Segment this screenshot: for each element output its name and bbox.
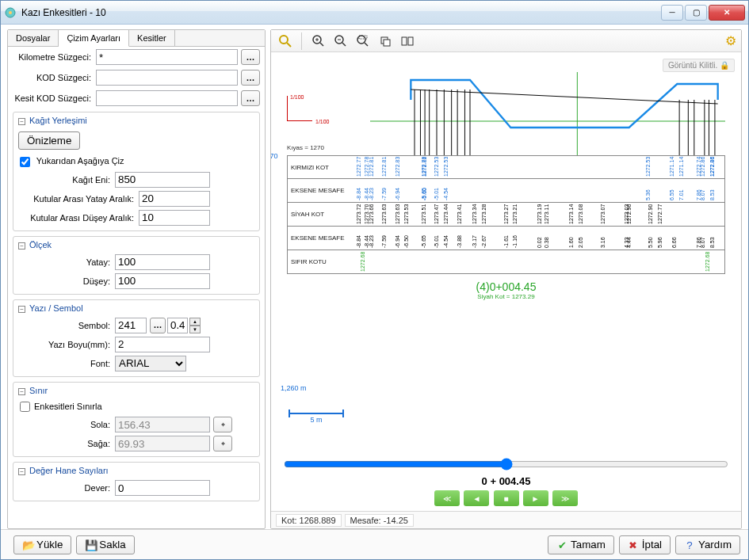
preview-button[interactable]: Önizleme xyxy=(18,131,80,150)
minimize-button[interactable]: ─ xyxy=(661,5,683,21)
scale-v-input[interactable] xyxy=(115,273,210,289)
viewer-toolbar: ⚙ xyxy=(271,30,741,52)
check-icon: ✔ xyxy=(556,539,567,550)
group-olcek-header[interactable]: −Ölçek xyxy=(13,237,259,253)
app-window: Kazı Enkesitleri - 10 ─ ▢ ✕ Dosyalar Çiz… xyxy=(0,0,749,560)
cancel-icon: ✖ xyxy=(628,539,639,550)
right-panel: ⚙ Görüntü Kilitli. 🔒 1/100 1/100 1,270 K… xyxy=(270,29,742,529)
zoom-extents-icon[interactable] xyxy=(276,32,295,50)
zoom-in-icon[interactable] xyxy=(309,32,328,50)
km-filter-input[interactable] xyxy=(96,49,238,65)
lock-badge: Görüntü Kilitli. 🔒 xyxy=(663,59,735,72)
scale-h-input[interactable] xyxy=(115,254,210,270)
group-kagit-header[interactable]: −Kağıt Yerleşimi xyxy=(13,112,259,128)
group-sinir-header[interactable]: −Sınır xyxy=(13,383,259,398)
dever-input[interactable] xyxy=(115,480,210,496)
nav-stop[interactable]: ■ xyxy=(494,490,519,506)
extent-label: 1,260 m xyxy=(281,384,307,392)
tab-dosyalar[interactable]: Dosyalar xyxy=(8,30,59,46)
hgap-input[interactable] xyxy=(139,191,210,207)
save-button[interactable]: 💾Sakla xyxy=(76,535,134,554)
axis-indicator: 1/100 1/100 xyxy=(287,96,288,121)
group-yazi-header[interactable]: −Yazı / Sembol xyxy=(13,300,259,316)
symbol-input[interactable] xyxy=(115,318,147,333)
table-row: SIFIR KOTU1272.681272.68 xyxy=(287,250,725,274)
load-icon: 📂 xyxy=(22,539,33,550)
close-button[interactable]: ✕ xyxy=(709,5,745,21)
group-sinir: −Sınır Enkesitleri Sınırla Sola:⌖ Sağa:⌖ xyxy=(13,382,260,458)
nav-first[interactable]: ≪ xyxy=(434,490,460,506)
tab-kesitler[interactable]: Kesitler xyxy=(129,30,175,46)
kesit-filter-label: Kesit KOD Süzgeci: xyxy=(13,93,96,103)
svg-line-3 xyxy=(287,43,291,47)
symbol-stepper[interactable]: ▲▼ xyxy=(189,318,201,333)
limit-right-input xyxy=(115,436,210,451)
svg-rect-16 xyxy=(402,37,407,45)
save-icon: 💾 xyxy=(85,539,96,550)
nav-next[interactable]: ► xyxy=(523,490,548,506)
text-size-input[interactable] xyxy=(115,337,210,352)
kesit-filter-input[interactable] xyxy=(96,90,238,106)
station-label: (4)0+004.45 xyxy=(287,280,725,293)
ok-button[interactable]: ✔Tamam xyxy=(548,535,614,554)
help-icon: ? xyxy=(684,539,695,550)
status-bar: Kot: 1268.889 Mesafe: -14.25 xyxy=(271,511,741,528)
svg-point-1 xyxy=(9,11,12,14)
topdown-checkbox[interactable] xyxy=(20,157,30,167)
titlebar: Kazı Enkesitleri - 10 ─ ▢ ✕ xyxy=(1,1,748,25)
paper-width-input[interactable] xyxy=(115,172,210,188)
svg-rect-17 xyxy=(408,37,413,45)
zoom-window-icon[interactable] xyxy=(353,32,373,50)
group-hane: −Değer Hane Sayıları Dever: xyxy=(13,462,260,501)
nav-last[interactable]: ≫ xyxy=(552,490,578,506)
tabs: Dosyalar Çizim Ayarları Kesitler xyxy=(8,30,265,47)
symbol-size-input[interactable] xyxy=(167,318,188,333)
font-select[interactable]: ARIAL xyxy=(115,356,186,371)
settings-scroll[interactable]: −Kağıt Yerleşimi Önizleme Yukarıdan Aşağ… xyxy=(8,109,265,528)
limit-checkbox[interactable] xyxy=(20,402,30,412)
maximize-button[interactable]: ▢ xyxy=(685,5,707,21)
group-hane-header[interactable]: −Değer Hane Sayıları xyxy=(13,463,259,478)
zoom-out-icon[interactable] xyxy=(331,32,350,50)
symbol-browse[interactable]: … xyxy=(150,318,166,333)
left-panel: Dosyalar Çizim Ayarları Kesitler Kilomet… xyxy=(7,29,266,529)
station-slider[interactable] xyxy=(284,458,728,470)
nav-prev[interactable]: ◄ xyxy=(464,490,489,506)
app-icon xyxy=(4,6,17,19)
group-olcek: −Ölçek Yatay: Düşey: xyxy=(13,236,260,295)
svg-line-5 xyxy=(320,43,323,46)
svg-line-9 xyxy=(342,43,346,46)
limit-right-pick[interactable]: ⌖ xyxy=(213,436,232,451)
topdown-label: Yukarıdan Aşağıya Çiz xyxy=(36,156,124,166)
svg-line-12 xyxy=(365,43,368,46)
window-split-icon[interactable] xyxy=(398,32,417,50)
status-kot: Kot: 1268.889 xyxy=(276,514,342,527)
table-row: KIRMIZI KOT1272.771272.781272.811272.811… xyxy=(287,155,725,179)
help-button[interactable]: ?Yardım xyxy=(675,535,740,554)
kod-filter-browse[interactable]: … xyxy=(241,70,260,86)
limit-left-input xyxy=(115,417,210,432)
settings-gear-icon[interactable]: ⚙ xyxy=(725,33,736,48)
station-sub: Siyah Kot = 1273.29 xyxy=(287,293,725,300)
table-row: EKSENE MESAFE-8.84-8.44-8.23-7.59-6.94-5… xyxy=(287,179,725,203)
cancel-button[interactable]: ✖İptal xyxy=(619,535,671,554)
nav-km-label: 0 + 004.45 xyxy=(276,475,736,490)
window-title: Kazı Enkesitleri - 10 xyxy=(21,7,661,18)
tab-cizim-ayarlari[interactable]: Çizim Ayarları xyxy=(59,30,129,47)
km-filter-label: Kilometre Süzgeci: xyxy=(13,52,96,62)
section-canvas[interactable]: Görüntü Kilitli. 🔒 1/100 1/100 1,270 Kıy… xyxy=(271,52,741,511)
load-button[interactable]: 📂Yükle xyxy=(13,535,71,554)
limit-left-pick[interactable]: ⌖ xyxy=(213,417,232,432)
profile-svg xyxy=(370,72,725,155)
km-filter-browse[interactable]: … xyxy=(241,49,260,65)
vgap-input[interactable] xyxy=(139,210,210,226)
svg-point-2 xyxy=(280,36,288,44)
group-kagit: −Kağıt Yerleşimi Önizleme Yukarıdan Aşağ… xyxy=(13,112,260,231)
kod-filter-label: KOD Süzgeci: xyxy=(13,73,96,82)
kesit-filter-browse[interactable]: … xyxy=(241,90,260,106)
footer-bar: 📂Yükle 💾Sakla ✔Tamam ✖İptal ?Yardım xyxy=(1,529,748,559)
window-prev-icon[interactable] xyxy=(376,32,395,50)
kod-filter-input[interactable] xyxy=(96,70,238,86)
table-row: EKSENE MESAFE-8.84-8.44-8.23-7.59-6.94-6… xyxy=(287,227,725,250)
svg-rect-15 xyxy=(384,40,390,46)
